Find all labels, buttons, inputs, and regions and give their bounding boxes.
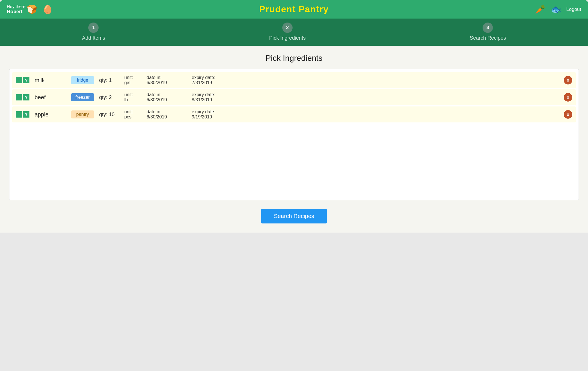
search-recipes-container: Search Recipes [9,209,579,223]
items-card: ? milk fridge qty: 1 unit: gal date in: … [9,69,579,200]
item-qty-0: qty: 1 [99,77,119,83]
header-left-icons: 🍞 🥚 [27,4,53,14]
item-checkbox-1[interactable] [16,94,22,100]
item-checkbox-area: ? [16,94,29,100]
fish-icon: 🐟 [551,4,561,14]
step-3-label: Search Recipes [470,35,506,41]
item-checkbox-area: ? [16,77,29,83]
table-row: ? milk fridge qty: 1 unit: gal date in: … [12,72,576,88]
item-unit-1: unit: lb [124,92,141,102]
step-2-circle: 2 [282,23,293,33]
step-2-label: Pick Ingredients [269,35,306,41]
datein-label-1: date in: [147,92,187,97]
step-1-label: Add Items [82,35,105,41]
header-right-icons: 🥕 🐟 Logout [535,4,581,14]
steps-nav: 1 Add Items 2 Pick Ingredients 3 Search … [0,19,588,46]
item-name-2: apple [35,111,66,118]
datein-label-0: date in: [147,75,187,80]
unit-label-2: unit: [124,109,141,114]
item-datein-2: date in: 6/30/2019 [147,109,187,120]
item-qty-2: qty: 10 [99,112,119,118]
step-1-circle: 1 [88,23,99,33]
item-checkbox-2[interactable] [16,111,22,118]
unit-label-0: unit: [124,75,141,80]
unit-label-1: unit: [124,92,141,97]
remove-item-button-2[interactable]: X [564,110,572,119]
unit-value-1: lb [124,97,141,102]
item-expiry-2: expiry date: 9/19/2019 [192,109,240,120]
username-text: Robert [7,9,27,15]
remove-item-button-1[interactable]: X [564,93,572,102]
logout-button[interactable]: Logout [566,7,581,12]
item-location-0: fridge [71,76,94,84]
item-question-1[interactable]: ? [23,94,29,100]
item-unit-0: unit: gal [124,75,141,85]
datein-value-0: 6/30/2019 [147,80,187,85]
user-greeting: Hey there, Robert [7,4,27,15]
table-row: ? beef freezer qty: 2 unit: lb date in: … [12,89,576,105]
unit-value-0: gal [124,80,141,85]
datein-value-1: 6/30/2019 [147,97,187,102]
expiry-value-0: 7/31/2019 [192,80,240,85]
step-1[interactable]: 1 Add Items [82,23,105,41]
table-row: ? apple pantry qty: 10 unit: pcs date in… [12,106,576,122]
item-location-2: pantry [71,110,94,118]
expiry-label-0: expiry date: [192,75,240,80]
expiry-value-2: 9/19/2019 [192,114,240,120]
item-checkbox-0[interactable] [16,77,22,83]
search-recipes-button[interactable]: Search Recipes [261,209,327,223]
app-title: Prudent Pantry [53,4,535,15]
item-qty-1: qty: 2 [99,94,119,100]
step-3-circle: 3 [483,23,493,33]
item-question-2[interactable]: ? [23,111,29,118]
item-expiry-1: expiry date: 8/31/2019 [192,92,240,102]
item-unit-2: unit: pcs [124,109,141,120]
item-location-1: freezer [71,93,94,101]
bread-icon: 🍞 [27,4,37,14]
page-title: Pick Ingredients [9,54,579,63]
remove-item-button-0[interactable]: X [564,76,572,84]
item-name-0: milk [35,77,66,84]
unit-value-2: pcs [124,114,141,120]
expiry-label-2: expiry date: [192,109,240,114]
main-content: Pick Ingredients ? milk fridge qty: 1 un… [0,46,588,233]
item-expiry-0: expiry date: 7/31/2019 [192,75,240,85]
datein-label-2: date in: [147,109,187,114]
datein-value-2: 6/30/2019 [147,114,187,120]
egg-icon: 🥚 [42,4,53,14]
header: Hey there, Robert 🍞 🥚 Prudent Pantry 🥕 🐟… [0,0,588,19]
item-datein-0: date in: 6/30/2019 [147,75,187,85]
step-2[interactable]: 2 Pick Ingredients [269,23,306,41]
expiry-label-1: expiry date: [192,92,240,97]
item-datein-1: date in: 6/30/2019 [147,92,187,102]
expiry-value-1: 8/31/2019 [192,97,240,102]
item-name-1: beef [35,94,66,101]
item-checkbox-area: ? [16,111,29,118]
step-3[interactable]: 3 Search Recipes [470,23,506,41]
item-question-0[interactable]: ? [23,77,29,83]
greeting-text: Hey there, [7,4,27,9]
carrot-icon: 🥕 [535,4,545,14]
